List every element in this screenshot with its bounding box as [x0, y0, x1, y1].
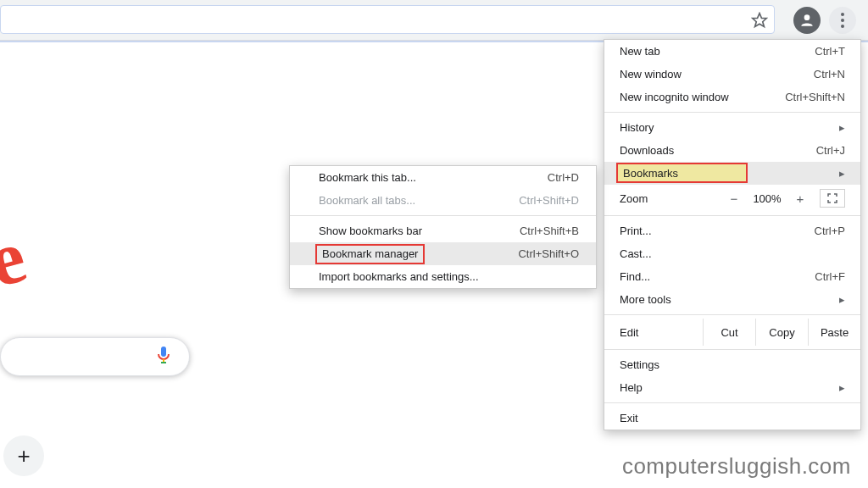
menu-label: Downloads	[620, 144, 816, 157]
chevron-right-icon: ▸	[839, 167, 845, 180]
submenu-item-show-bar[interactable]: Show bookmarks bar Ctrl+Shift+B	[290, 219, 596, 242]
menu-shortcut: Ctrl+D	[548, 171, 579, 184]
highlight-box: Bookmarks	[616, 163, 748, 183]
copy-button[interactable]: Copy	[755, 319, 808, 346]
menu-item-print[interactable]: Print... Ctrl+P	[604, 219, 860, 242]
menu-label: Help	[620, 381, 832, 394]
edit-label: Edit	[620, 326, 703, 339]
google-logo-fragment: e	[0, 217, 33, 299]
menu-item-help[interactable]: Help ▸	[604, 376, 860, 399]
svg-point-4	[841, 25, 844, 28]
menu-item-settings[interactable]: Settings	[604, 353, 860, 376]
submenu-item-bookmark-manager[interactable]: Bookmark manager Bookmark manager Ctrl+S…	[290, 242, 596, 265]
zoom-label: Zoom	[620, 192, 723, 205]
cut-button[interactable]: Cut	[703, 319, 755, 346]
add-shortcut-button[interactable]: +	[3, 435, 44, 476]
menu-item-downloads[interactable]: Downloads Ctrl+J	[604, 139, 860, 162]
menu-separator	[604, 112, 860, 113]
svg-rect-5	[161, 347, 166, 357]
address-bar[interactable]	[0, 5, 775, 34]
svg-point-2	[841, 13, 844, 16]
bookmarks-submenu: Bookmark this tab... Ctrl+D Bookmark all…	[289, 165, 597, 289]
menu-item-incognito[interactable]: New incognito window Ctrl+Shift+N	[604, 86, 860, 108]
menu-shortcut: Ctrl+F	[815, 270, 845, 283]
menu-shortcut: Ctrl+Shift+O	[518, 247, 579, 260]
chevron-right-icon: ▸	[839, 121, 845, 134]
menu-item-zoom: Zoom − 100% +	[604, 185, 860, 212]
menu-item-find[interactable]: Find... Ctrl+F	[604, 265, 860, 288]
menu-shortcut: Ctrl+Shift+N	[785, 91, 845, 103]
menu-label: Find...	[620, 270, 815, 283]
menu-label: Import bookmarks and settings...	[319, 270, 579, 283]
menu-label: Settings	[620, 358, 845, 371]
menu-label: New window	[620, 68, 814, 80]
profile-avatar-icon[interactable]	[793, 7, 821, 34]
google-search-box[interactable]	[0, 337, 190, 376]
fullscreen-icon	[827, 193, 837, 203]
menu-separator	[604, 402, 860, 403]
menu-label: New incognito window	[620, 91, 785, 103]
svg-marker-0	[753, 14, 767, 27]
menu-item-exit[interactable]: Exit	[604, 407, 860, 430]
plus-icon: +	[17, 443, 30, 469]
menu-label: Exit	[620, 412, 845, 424]
svg-point-1	[804, 14, 810, 20]
menu-item-bookmarks[interactable]: Bookmarks Bookmarks ▸	[604, 162, 860, 185]
bookmark-star-icon[interactable]	[749, 10, 770, 30]
menu-label: Show bookmarks bar	[319, 225, 520, 237]
chrome-main-menu: New tab Ctrl+T New window Ctrl+N New inc…	[604, 39, 861, 430]
menu-label: Bookmarks	[623, 167, 678, 180]
svg-point-3	[841, 19, 844, 22]
zoom-in-button[interactable]: +	[789, 191, 811, 206]
menu-shortcut: Ctrl+J	[816, 144, 845, 157]
submenu-item-import[interactable]: Import bookmarks and settings...	[290, 265, 596, 288]
menu-label: New tab	[620, 45, 815, 58]
menu-label: History	[620, 121, 832, 134]
menu-label: Bookmark this tab...	[319, 171, 548, 184]
menu-label: Cast...	[620, 247, 845, 260]
menu-label: Print...	[620, 225, 815, 237]
menu-label: Bookmark manager	[322, 247, 418, 260]
menu-separator	[604, 215, 860, 216]
menu-shortcut: Ctrl+N	[814, 68, 845, 80]
zoom-percent: 100%	[745, 192, 789, 205]
voice-search-icon[interactable]	[157, 346, 170, 368]
zoom-out-button[interactable]: −	[723, 191, 745, 206]
watermark-text: computersluggish.com	[622, 453, 851, 480]
menu-shortcut: Ctrl+T	[815, 45, 845, 58]
submenu-item-bookmark-all: Bookmark all tabs... Ctrl+Shift+D	[290, 189, 596, 212]
menu-item-edit: Edit Cut Copy Paste	[604, 319, 860, 346]
menu-label: Bookmark all tabs...	[319, 194, 519, 207]
chevron-right-icon: ▸	[839, 293, 845, 306]
menu-item-new-tab[interactable]: New tab Ctrl+T	[604, 40, 860, 63]
menu-shortcut: Ctrl+Shift+D	[519, 194, 579, 207]
menu-separator	[290, 215, 596, 216]
submenu-item-bookmark-tab[interactable]: Bookmark this tab... Ctrl+D	[290, 166, 596, 189]
menu-item-more-tools[interactable]: More tools ▸	[604, 288, 860, 311]
menu-shortcut: Ctrl+Shift+B	[520, 225, 579, 237]
fullscreen-button[interactable]	[820, 189, 845, 208]
menu-separator	[604, 349, 860, 350]
chevron-right-icon: ▸	[839, 381, 845, 394]
menu-shortcut: Ctrl+P	[815, 225, 845, 237]
paste-button[interactable]: Paste	[808, 319, 860, 346]
menu-item-history[interactable]: History ▸	[604, 116, 860, 139]
browser-toolbar	[0, 0, 868, 41]
menu-item-cast[interactable]: Cast...	[604, 242, 860, 265]
menu-separator	[604, 314, 860, 315]
highlight-box: Bookmark manager	[315, 244, 425, 264]
menu-label: More tools	[620, 293, 832, 306]
kebab-menu-icon[interactable]	[829, 7, 856, 34]
menu-item-new-window[interactable]: New window Ctrl+N	[604, 63, 860, 86]
